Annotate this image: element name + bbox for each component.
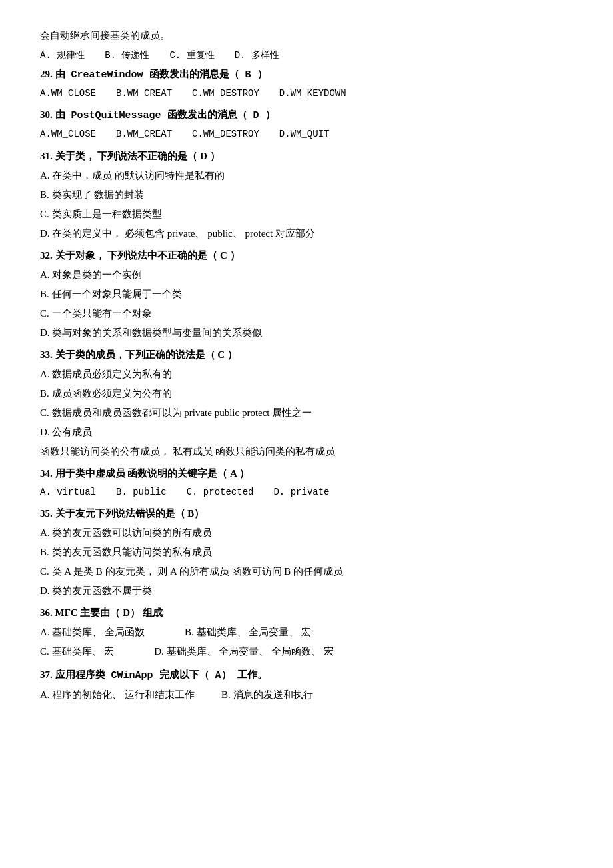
q30-opt-c: C.WM_DESTROY: [192, 126, 259, 143]
q33-opt-d: D. 公有成员: [40, 427, 92, 437]
q30-opt-d: D.WM_QUIT: [279, 126, 330, 143]
q37-opt-a-block: A. 程序的初始化、 运行和结束工作: [40, 686, 195, 704]
q32-opt-b: B. 任何一个对象只能属于一个类: [40, 289, 182, 299]
q34-title: 34. 用于类中虚成员 函数说明的关键字是（ A ）: [40, 465, 573, 483]
intro-text: 会自动继承间接基类的成员。: [40, 27, 573, 45]
q35-opt-c: C. 类 A 是类 B 的友元类， 则 A 的所有成员 函数可访问 B 的任何成…: [40, 566, 343, 577]
q33-title: 33. 关于类的成员，下列正确的说法是（ C ）: [40, 346, 573, 364]
q32-opt-a-block: A. 对象是类的一个实例: [40, 266, 573, 284]
q32-opt-d-block: D. 类与对象的关系和数据类型与变量间的关系类似: [40, 324, 573, 342]
q34-block: 34. 用于类中虚成员 函数说明的关键字是（ A ） A. virtual B.…: [40, 465, 573, 501]
q35-opt-d: D. 类的友元函数不属于类: [40, 585, 152, 596]
q36-options-row1: A. 基础类库、 全局函数 B. 基础类库、 全局变量、 宏: [40, 623, 573, 643]
q29-block: 29. 由 CreateWindow 函数发出的消息是（ B ） A.WM_CL…: [40, 65, 573, 102]
q31-opt-c-block: C. 类实质上是一种数据类型: [40, 205, 573, 223]
q30-block: 30. 由 PostQuitMessage 函数发出的消息（ D ） A.WM_…: [40, 106, 573, 143]
q35-title: 35. 关于友元下列说法错误的是（ B）: [40, 505, 573, 523]
q34-text: 用于类中虚成员 函数说明的关键字是（ A ）: [55, 468, 249, 479]
q31-opt-d: D. 在类的定义中， 必须包含 private、 public、 protect…: [40, 228, 315, 239]
q31-opt-b: B. 类实现了 数据的封装: [40, 189, 144, 200]
q35-opt-c-block: C. 类 A 是类 B 的友元类， 则 A 的所有成员 函数可访问 B 的任何成…: [40, 563, 573, 581]
q34-opt-d: D. private: [273, 484, 329, 501]
q36-opt-c-block: C. 基础类库、 宏: [40, 643, 114, 661]
q29-options: A.WM_CLOSE B.WM_CREAT C.WM_DESTROY D.WM_…: [40, 85, 573, 102]
q36-number: 36.: [40, 607, 53, 618]
q29-number: 29.: [40, 69, 53, 79]
q36-opt-d: D. 基础类库、 全局变量、 全局函数、 宏: [154, 646, 334, 657]
q31-opt-d-block: D. 在类的定义中， 必须包含 private、 public、 protect…: [40, 225, 573, 243]
q30-number: 30.: [40, 109, 53, 120]
q31-title: 31. 关于类， 下列说法不正确的是（ D ）: [40, 147, 573, 165]
q36-opt-d-block: D. 基础类库、 全局变量、 全局函数、 宏: [154, 643, 334, 661]
q37-text: 应用程序类 CWinApp 完成以下（ A） 工作。: [55, 670, 267, 681]
q30-options: A.WM_CLOSE B.WM_CREAT C.WM_DESTROY D.WM_…: [40, 126, 573, 143]
q31-block: 31. 关于类， 下列说法不正确的是（ D ） A. 在类中，成员 的默认访问特…: [40, 147, 573, 243]
q33-opt-c-block: C. 数据成员和成员函数都可以为 private public protect …: [40, 404, 573, 422]
q33-opt-d-block: D. 公有成员: [40, 423, 573, 441]
q37-block: 37. 应用程序类 CWinApp 完成以下（ A） 工作。 A. 程序的初始化…: [40, 666, 573, 705]
q30-opt-b: B.WM_CREAT: [116, 126, 172, 143]
q28-opt-c: C. 重复性: [169, 47, 214, 64]
q35-opt-a: A. 类的友元函数可以访问类的所有成员: [40, 527, 212, 538]
q29-text: 由 CreateWindow 函数发出的消息是（ B ）: [55, 69, 267, 81]
q32-block: 32. 关于对象， 下列说法中不正确的是（ C ） A. 对象是类的一个实例 B…: [40, 247, 573, 342]
q29-opt-b: B.WM_CREAT: [116, 85, 172, 102]
q28-opt-a: A. 规律性: [40, 47, 85, 64]
q29-opt-d: D.WM_KEYDOWN: [279, 85, 346, 102]
q30-opt-a: A.WM_CLOSE: [40, 126, 96, 143]
q37-title: 37. 应用程序类 CWinApp 完成以下（ A） 工作。: [40, 666, 573, 685]
q32-opt-a: A. 对象是类的一个实例: [40, 269, 142, 280]
q36-opt-a-block: A. 基础类库、 全局函数: [40, 623, 145, 641]
q30-text: 由 PostQuitMessage 函数发出的消息（ D ）: [55, 110, 275, 121]
q29-opt-c: C.WM_DESTROY: [192, 85, 259, 102]
q32-title: 32. 关于对象， 下列说法中不正确的是（ C ）: [40, 247, 573, 265]
q32-opt-d: D. 类与对象的关系和数据类型与变量间的关系类似: [40, 327, 262, 338]
q35-block: 35. 关于友元下列说法错误的是（ B） A. 类的友元函数可以访问类的所有成员…: [40, 505, 573, 600]
q36-opt-a: A. 基础类库、 全局函数: [40, 627, 145, 637]
q33-opt-b-block: B. 成员函数必须定义为公有的: [40, 385, 573, 403]
q36-opt-b-block: B. 基础类库、 全局变量、 宏: [185, 623, 311, 641]
q31-opt-b-block: B. 类实现了 数据的封装: [40, 186, 573, 204]
q36-opt-c: C. 基础类库、 宏: [40, 646, 114, 657]
q37-opt-b-block: B. 消息的发送和执行: [221, 686, 313, 704]
q33-opt-a: A. 数据成员必须定义为私有的: [40, 369, 172, 379]
q36-text: MFC 主要由（ D） 组成: [55, 607, 163, 618]
q31-opt-a-block: A. 在类中，成员 的默认访问特性是私有的: [40, 167, 573, 185]
q34-opt-b: B. public: [116, 484, 167, 501]
q31-opt-a: A. 在类中，成员 的默认访问特性是私有的: [40, 170, 225, 181]
q37-opt-a: A. 程序的初始化、 运行和结束工作: [40, 689, 195, 700]
q35-opt-a-block: A. 类的友元函数可以访问类的所有成员: [40, 524, 573, 542]
q29-opt-a: A.WM_CLOSE: [40, 85, 96, 102]
q36-opt-b: B. 基础类库、 全局变量、 宏: [185, 627, 311, 637]
q32-opt-c-block: C. 一个类只能有一个对象: [40, 305, 573, 323]
q28-opt-d: D. 多样性: [235, 47, 279, 64]
q35-text: 关于友元下列说法错误的是（ B）: [55, 508, 205, 519]
q36-block: 36. MFC 主要由（ D） 组成 A. 基础类库、 全局函数 B. 基础类库…: [40, 604, 573, 662]
q35-opt-d-block: D. 类的友元函数不属于类: [40, 582, 573, 600]
q35-opt-b: B. 类的友元函数只能访问类的私有成员: [40, 547, 212, 557]
q33-opt-b: B. 成员函数必须定义为公有的: [40, 388, 172, 399]
q37-options: A. 程序的初始化、 运行和结束工作 B. 消息的发送和执行: [40, 686, 573, 705]
q31-number: 31.: [40, 151, 53, 161]
q29-title: 29. 由 CreateWindow 函数发出的消息是（ B ）: [40, 65, 573, 84]
q30-title: 30. 由 PostQuitMessage 函数发出的消息（ D ）: [40, 106, 573, 125]
q32-number: 32.: [40, 250, 53, 261]
q34-opt-a: A. virtual: [40, 484, 96, 501]
q32-opt-b-block: B. 任何一个对象只能属于一个类: [40, 285, 573, 303]
q34-number: 34.: [40, 468, 53, 479]
q32-text: 关于对象， 下列说法中不正确的是（ C ）: [55, 250, 240, 261]
q31-text: 关于类， 下列说法不正确的是（ D ）: [55, 151, 220, 161]
q28-options: A. 规律性 B. 传递性 C. 重复性 D. 多样性: [40, 47, 573, 64]
q37-number: 37.: [40, 669, 53, 680]
q36-title: 36. MFC 主要由（ D） 组成: [40, 604, 573, 622]
q34-opt-c: C. protected: [187, 484, 254, 501]
q33-number: 33.: [40, 349, 53, 360]
q35-number: 35.: [40, 508, 53, 519]
q36-options-row2: C. 基础类库、 宏 D. 基础类库、 全局变量、 全局函数、 宏: [40, 643, 573, 662]
q33-block: 33. 关于类的成员，下列正确的说法是（ C ） A. 数据成员必须定义为私有的…: [40, 346, 573, 461]
q33-opt-a-block: A. 数据成员必须定义为私有的: [40, 365, 573, 383]
q33-text: 关于类的成员，下列正确的说法是（ C ）: [55, 349, 237, 360]
q31-opt-c: C. 类实质上是一种数据类型: [40, 209, 162, 219]
q35-opt-b-block: B. 类的友元函数只能访问类的私有成员: [40, 543, 573, 561]
q34-options: A. virtual B. public C. protected D. pri…: [40, 484, 573, 501]
